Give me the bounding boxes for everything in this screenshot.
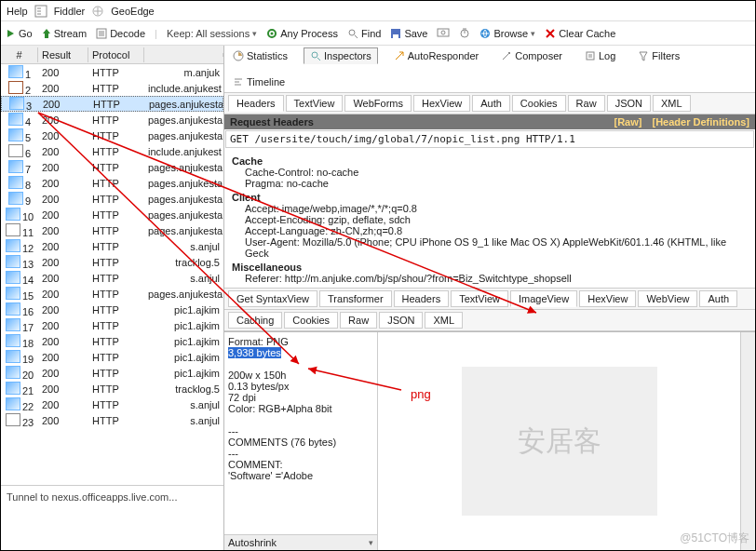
sessions-list[interactable]: 1200HTTPm.anjuk2200HTTPinclude.anjukest3…: [1, 64, 223, 485]
hdr-accept: Accept: image/webp,image/*,*/*;q=0.8: [245, 203, 748, 214]
svg-rect-7: [393, 34, 398, 38]
subtab-textview[interactable]: TextView: [451, 290, 508, 307]
subtab-raw[interactable]: Raw: [340, 312, 377, 329]
sessions-header: # Result Protocol: [1, 46, 223, 64]
subtab-json[interactable]: JSON: [607, 95, 651, 112]
table-row[interactable]: 22200HTTPs.anjul: [1, 396, 223, 412]
svg-point-13: [312, 52, 317, 58]
table-row[interactable]: 7200HTTPpages.anjukesta: [1, 159, 223, 175]
table-row[interactable]: 11200HTTPpages.anjukesta: [1, 222, 223, 238]
scrollbar[interactable]: [740, 332, 755, 550]
table-row[interactable]: 12200HTTPs.anjul: [1, 238, 223, 254]
raw-link[interactable]: [Raw]: [614, 116, 641, 128]
hdr-cache-control: Cache-Control: no-cache: [245, 167, 748, 178]
col-protocol[interactable]: Protocol: [88, 47, 144, 62]
quickexec[interactable]: Tunnel to nexus.officeapps.live.com...: [1, 485, 223, 550]
table-row[interactable]: 21200HTTPtracklog.5: [1, 381, 223, 396]
image-info-text[interactable]: Format: PNG 3,938 bytes 200w x 150h 0.13…: [224, 332, 377, 534]
subtab-cookies[interactable]: Cookies: [512, 95, 566, 112]
hdr-pragma: Pragma: no-cache: [245, 178, 748, 189]
request-tabs: HeadersTextViewWebFormsHexViewAuthCookie…: [224, 93, 755, 114]
tab-filters[interactable]: Filters: [631, 47, 686, 64]
response-tabs-2: CachingCookiesRawJSONXML: [224, 310, 755, 331]
subtab-auth[interactable]: Auth: [472, 95, 510, 112]
table-row[interactable]: 15200HTTPpages.anjukesta: [1, 286, 223, 302]
subtab-xml[interactable]: XML: [653, 95, 691, 112]
table-row[interactable]: 4200HTTPpages.anjukesta: [1, 112, 223, 128]
table-row[interactable]: 19200HTTPpic1.ajkim: [1, 349, 223, 365]
clear-cache-button[interactable]: Clear Cache: [545, 28, 615, 39]
subtab-headers[interactable]: Headers: [228, 95, 284, 112]
svg-rect-8: [438, 29, 449, 36]
table-row[interactable]: 9200HTTPpages.anjukesta: [1, 191, 223, 207]
subtab-get-syntaxview[interactable]: Get SyntaxView: [228, 290, 317, 307]
subtab-raw[interactable]: Raw: [568, 95, 605, 112]
top-tabs: Statistics Inspectors AutoResponder Comp…: [224, 46, 755, 93]
browse-button[interactable]: Browse ▾: [479, 28, 535, 39]
table-row[interactable]: 18200HTTPpic1.ajkim: [1, 333, 223, 349]
sessions-panel: # Result Protocol 1200HTTPm.anjuk2200HTT…: [1, 46, 224, 550]
subtab-hexview[interactable]: HexView: [579, 290, 636, 307]
request-headers[interactable]: Cache Cache-Control: no-cache Pragma: no…: [224, 149, 755, 289]
table-row[interactable]: 17200HTTPpic1.ajkim: [1, 317, 223, 333]
col-result[interactable]: Result: [38, 47, 88, 62]
any-process-button[interactable]: Any Process: [266, 28, 338, 39]
svg-point-5: [349, 30, 355, 35]
watermark: @51CTO博客: [680, 531, 749, 546]
keep-dropdown[interactable]: Keep: All sessions ▾: [167, 28, 257, 39]
menu-fiddler[interactable]: Fiddler: [54, 6, 86, 17]
tab-timeline[interactable]: Timeline: [226, 74, 291, 90]
svg-point-4: [271, 32, 274, 34]
subtab-imageview[interactable]: ImageView: [510, 290, 577, 307]
table-row[interactable]: 23200HTTPs.anjul: [1, 412, 223, 428]
info-dpi: 72 dpi: [228, 392, 373, 403]
subtab-json[interactable]: JSON: [379, 312, 423, 329]
table-row[interactable]: 3200HTTPpages.anjukesta: [1, 96, 223, 112]
table-row[interactable]: 10200HTTPpages.anjukesta: [1, 207, 223, 222]
menu-help[interactable]: Help: [7, 6, 28, 17]
timer-icon[interactable]: [459, 27, 470, 40]
tab-autoresponder[interactable]: AutoResponder: [387, 47, 485, 64]
col-num[interactable]: #: [1, 47, 38, 62]
table-row[interactable]: 20200HTTPpic1.ajkim: [1, 365, 223, 381]
subtab-transformer[interactable]: Transformer: [319, 290, 392, 307]
image-info-panel: Format: PNG 3,938 bytes 200w x 150h 0.13…: [224, 332, 378, 550]
tab-log[interactable]: Log: [578, 47, 622, 64]
info-comment-label: COMMENT:: [228, 459, 373, 470]
save-button[interactable]: Save: [390, 28, 427, 39]
group-client: Client: [232, 192, 748, 203]
tab-statistics[interactable]: Statistics: [226, 47, 294, 64]
table-row[interactable]: 8200HTTPpages.anjukesta: [1, 175, 223, 191]
subtab-webview[interactable]: WebView: [638, 290, 697, 307]
stream-button[interactable]: Stream: [42, 28, 87, 39]
subtab-hexview[interactable]: HexView: [413, 95, 470, 112]
image-preview[interactable]: 安居客: [378, 332, 740, 550]
info-color: Color: RGB+Alpha 8bit: [228, 403, 373, 414]
response-body: Format: PNG 3,938 bytes 200w x 150h 0.13…: [224, 331, 755, 550]
go-button[interactable]: Go: [7, 28, 33, 39]
tab-inspectors[interactable]: Inspectors: [304, 47, 378, 64]
subtab-xml[interactable]: XML: [425, 312, 463, 329]
table-row[interactable]: 16200HTTPpic1.ajkim: [1, 302, 223, 317]
request-line[interactable]: GET /usersite/touch/img/global/7/nopic_l…: [225, 130, 754, 148]
subtab-headers[interactable]: Headers: [394, 290, 450, 307]
subtab-caching[interactable]: Caching: [228, 312, 282, 329]
subtab-textview[interactable]: TextView: [286, 95, 344, 112]
screenshot-icon[interactable]: [437, 27, 450, 40]
menu-geoedge[interactable]: GeoEdge: [111, 6, 154, 17]
table-row[interactable]: 2200HTTPinclude.anjukest: [1, 80, 223, 96]
subtab-cookies[interactable]: Cookies: [284, 312, 338, 329]
autoshrink-dropdown[interactable]: Autoshrink▾: [224, 534, 377, 550]
table-row[interactable]: 14200HTTPs.anjul: [1, 270, 223, 286]
subtab-webforms[interactable]: WebForms: [344, 95, 412, 112]
decode-button[interactable]: Decode: [96, 28, 145, 39]
tab-composer[interactable]: Composer: [494, 47, 569, 64]
header-defs-link[interactable]: [Header Definitions]: [652, 116, 749, 128]
table-row[interactable]: 1200HTTPm.anjuk: [1, 64, 223, 80]
table-row[interactable]: 5200HTTPpages.anjukesta: [1, 128, 223, 143]
subtab-auth[interactable]: Auth: [699, 290, 737, 307]
group-cache: Cache: [232, 155, 748, 167]
table-row[interactable]: 13200HTTPtracklog.5: [1, 254, 223, 270]
find-button[interactable]: Find: [347, 28, 381, 39]
table-row[interactable]: 6200HTTPinclude.anjukest: [1, 143, 223, 159]
